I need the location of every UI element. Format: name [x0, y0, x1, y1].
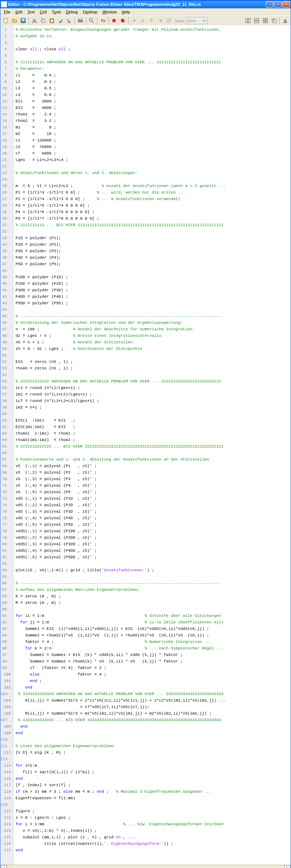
- new-file-icon[interactable]: [2, 17, 10, 25]
- menu-help[interactable]: Help: [120, 9, 132, 15]
- tile-grid-icon[interactable]: [261, 17, 269, 25]
- stack-select[interactable]: Base: [186, 17, 207, 24]
- undo-icon[interactable]: [56, 17, 64, 25]
- tile-v-icon[interactable]: [253, 17, 261, 25]
- window-title: Editor - C:\Programme\NetObjects\NetObje…: [8, 2, 266, 7]
- svg-rect-20: [254, 21, 259, 23]
- open-file-icon[interactable]: [10, 17, 18, 25]
- copy-icon[interactable]: [39, 17, 47, 25]
- svg-rect-23: [263, 21, 265, 23]
- svg-text:fx: fx: [101, 19, 106, 23]
- exit-debug-icon[interactable]: [165, 17, 173, 25]
- breakpoint-set-icon[interactable]: [110, 17, 118, 25]
- editor-area[interactable]: 1 2 3 4 5 6 7 8 -9 -10 -11 -12 -13 -14 -…: [0, 25, 291, 865]
- find-icon[interactable]: [88, 17, 96, 25]
- step-in-icon[interactable]: [139, 17, 147, 25]
- cut-icon[interactable]: [30, 17, 38, 25]
- titlebar[interactable]: Editor - C:\Programme\NetObjects\NetObje…: [0, 0, 291, 8]
- step-icon[interactable]: [130, 17, 138, 25]
- app-icon: [1, 1, 7, 7]
- menu-desktop[interactable]: Desktop: [81, 9, 100, 15]
- minimize-button[interactable]: _: [266, 1, 273, 8]
- menu-cell[interactable]: Cell: [38, 9, 49, 15]
- scroll-right-icon[interactable]: ►: [284, 865, 290, 868]
- svg-rect-27: [283, 22, 287, 23]
- svg-rect-15: [162, 19, 162, 22]
- menu-debug[interactable]: Debug: [64, 9, 80, 15]
- svg-rect-10: [79, 18, 82, 20]
- dock-icon[interactable]: [281, 17, 289, 25]
- svg-rect-22: [266, 18, 267, 20]
- svg-rect-18: [248, 18, 250, 23]
- menu-edit[interactable]: Edit: [13, 9, 25, 15]
- menu-tools[interactable]: Tools: [50, 9, 63, 15]
- svg-rect-2: [22, 19, 25, 21]
- menu-file[interactable]: File: [2, 9, 13, 15]
- svg-rect-6: [42, 20, 45, 22]
- step-out-icon[interactable]: [147, 17, 155, 25]
- menu-window[interactable]: Window: [100, 9, 119, 15]
- svg-rect-26: [273, 20, 276, 23]
- float-icon[interactable]: [270, 17, 278, 25]
- fx-icon[interactable]: fx: [99, 17, 107, 25]
- close-button[interactable]: ×: [282, 1, 290, 8]
- svg-point-13: [112, 19, 116, 22]
- line-gutter[interactable]: 1 2 3 4 5 6 7 8 -9 -10 -11 -12 -13 -14 -…: [0, 25, 13, 865]
- breakpoint-clear-icon[interactable]: [119, 17, 127, 25]
- tile-h-icon[interactable]: [244, 17, 252, 25]
- scroll-left-icon[interactable]: ◄: [1, 865, 7, 868]
- toolbar: fx Stack: Base: [0, 16, 291, 25]
- code-editor[interactable]: % Ritzsches Verfahren: Biegeschwingungen…: [13, 25, 291, 865]
- continue-icon[interactable]: [156, 17, 164, 25]
- menu-text[interactable]: Text: [25, 9, 37, 15]
- stack-label: Stack:: [175, 18, 185, 23]
- save-icon[interactable]: [19, 17, 27, 25]
- svg-rect-0: [4, 18, 7, 23]
- svg-rect-8: [51, 20, 53, 22]
- svg-rect-24: [266, 21, 267, 23]
- menubar: File Edit Text Cell Tools Debug Desktop …: [0, 8, 291, 16]
- maximize-button[interactable]: □: [274, 1, 282, 8]
- svg-rect-9: [78, 20, 83, 22]
- svg-point-11: [89, 18, 92, 21]
- horizontal-scrollbar[interactable]: ◄ ►: [0, 865, 291, 868]
- print-icon[interactable]: [76, 17, 84, 25]
- paste-icon[interactable]: [48, 17, 56, 25]
- svg-rect-17: [246, 18, 248, 23]
- svg-rect-21: [263, 18, 265, 20]
- svg-rect-19: [254, 18, 259, 20]
- redo-icon[interactable]: [65, 17, 73, 25]
